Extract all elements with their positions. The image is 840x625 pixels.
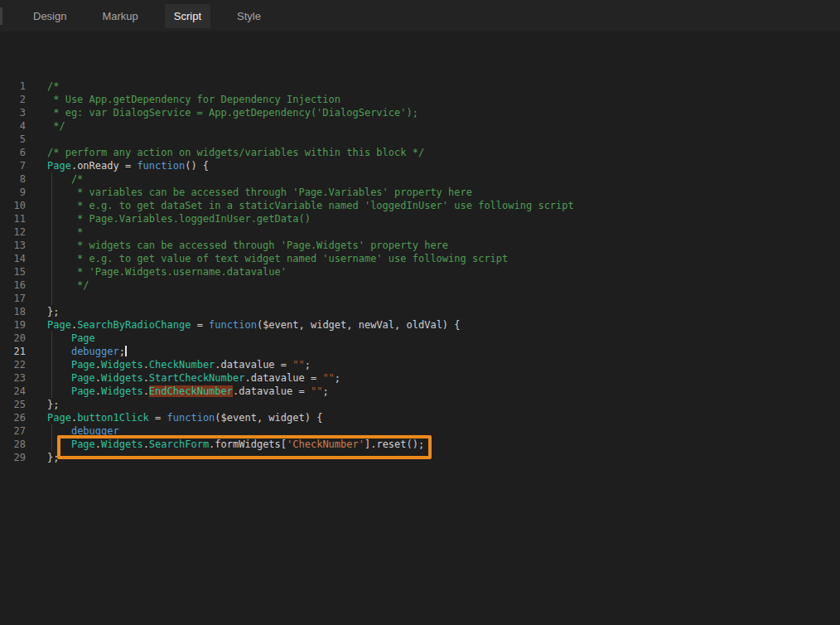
line-content: [26, 133, 47, 146]
code-line[interactable]: 2 * Use App.getDependency for Dependency…: [0, 93, 840, 106]
code-line[interactable]: 19Page.SearchByRadioChange = function($e…: [0, 318, 840, 332]
code-line[interactable]: 18};: [0, 305, 840, 318]
line-number: 25: [0, 398, 26, 411]
code-token: .onReady =: [71, 160, 137, 172]
code-token: .: [95, 359, 101, 371]
code-token: Page: [47, 319, 71, 331]
code-token: Widgets: [101, 359, 143, 371]
code-line[interactable]: 17: [0, 292, 840, 305]
line-number: 23: [0, 371, 26, 385]
code-line[interactable]: 12 *: [0, 225, 840, 239]
code-token: CheckNumber: [149, 359, 215, 371]
code-area[interactable]: 1/*2 * Use App.getDependency for Depende…: [0, 80, 840, 464]
line-number: 16: [0, 279, 26, 292]
indent-guide: [51, 371, 52, 385]
indent-guide: [51, 438, 52, 451]
code-token: =: [191, 319, 209, 331]
code-line[interactable]: 11 * Page.Variables.loggedInUser.getData…: [0, 212, 840, 225]
code-token: () {: [185, 160, 209, 172]
line-content: [26, 292, 47, 305]
line-number: 18: [0, 305, 26, 318]
code-token: Widgets: [101, 438, 143, 450]
line-number: 6: [0, 146, 26, 159]
indent-guide: [51, 225, 52, 239]
code-token: .: [143, 385, 149, 397]
code-token: Page: [47, 412, 71, 424]
code-token: Widgets: [101, 385, 143, 397]
code-line[interactable]: 6/* perform any action on widgets/variab…: [0, 146, 840, 159]
code-token: SearchByRadioChange: [77, 319, 191, 331]
line-content: Page.onReady = function() {: [26, 159, 209, 172]
line-number: 13: [0, 239, 26, 252]
code-line[interactable]: 1/*: [0, 80, 840, 93]
code-token: function: [209, 319, 257, 331]
line-content: /*: [26, 172, 83, 186]
line-number: 17: [0, 292, 26, 305]
code-line[interactable]: 7Page.onReady = function() {: [0, 159, 840, 172]
line-content: */: [26, 119, 65, 133]
line-content: * variables can be accessed through 'Pag…: [26, 186, 472, 199]
line-number: 24: [0, 385, 26, 398]
code-token: ;: [322, 385, 328, 397]
code-token: };: [47, 399, 59, 410]
tab-script[interactable]: Script: [165, 4, 210, 28]
code-token: ;: [335, 372, 340, 384]
line-number: 28: [0, 438, 26, 451]
code-line[interactable]: 13 * widgets can be accessed through 'Pa…: [0, 239, 840, 252]
code-line[interactable]: 22 Page.Widgets.CheckNumber.datavalue = …: [0, 358, 840, 371]
code-line[interactable]: 20 Page: [0, 332, 840, 345]
code-token: "": [311, 385, 322, 397]
indent-guide: [51, 332, 52, 345]
tab-style[interactable]: Style: [228, 4, 270, 28]
editor-mode-tabbar: Design Markup Script Style: [0, 0, 840, 31]
code-line[interactable]: 8 /*: [0, 172, 840, 186]
code-line[interactable]: 28 Page.Widgets.SearchForm.formWidgets['…: [0, 438, 840, 451]
code-line[interactable]: 15 * 'Page.Widgets.username.datavalue': [0, 265, 840, 279]
code-line[interactable]: 14 * e.g. to get value of text widget na…: [0, 252, 840, 265]
code-line[interactable]: 9 * variables can be accessed through 'P…: [0, 186, 840, 199]
line-content: * eg: var DialogService = App.getDepende…: [26, 106, 418, 119]
code-line[interactable]: 21 debugger;: [0, 345, 840, 358]
line-content: Page.Widgets.StartCheckNumber.datavalue …: [26, 371, 340, 385]
code-line[interactable]: 4 */: [0, 119, 840, 133]
code-line[interactable]: 25};: [0, 398, 840, 411]
code-line[interactable]: 23 Page.Widgets.StartCheckNumber.dataval…: [0, 371, 840, 385]
code-line[interactable]: 10 * e.g. to get dataSet in a staticVari…: [0, 199, 840, 212]
code-token: SearchForm: [149, 438, 209, 450]
code-line[interactable]: 27 debugger: [0, 424, 840, 438]
code-token: ].reset();: [364, 438, 424, 450]
line-content: };: [26, 451, 59, 464]
script-code-editor[interactable]: 1/*2 * Use App.getDependency for Depende…: [0, 31, 840, 625]
indent-guide: [51, 424, 52, 438]
code-token: StartCheckNumber: [149, 372, 245, 384]
line-content: * Use App.getDependency for Dependency I…: [26, 93, 340, 106]
tab-design[interactable]: Design: [24, 4, 75, 28]
line-content: Page.Widgets.CheckNumber.datavalue = "";: [26, 358, 311, 371]
code-line[interactable]: 26Page.button1Click = function($event, w…: [0, 411, 840, 424]
code-token: debugger: [71, 425, 119, 437]
text-cursor: [125, 346, 127, 356]
tab-markup[interactable]: Markup: [93, 4, 147, 28]
code-token: .datavalue =: [233, 385, 311, 397]
code-line[interactable]: 29};: [0, 451, 840, 464]
indent-guide: [51, 345, 52, 358]
indent-guide: [51, 358, 52, 371]
code-line[interactable]: 5: [0, 133, 840, 146]
line-content: * Page.Variables.loggedInUser.getData(): [26, 212, 311, 225]
indent-guide: [51, 279, 52, 292]
line-content: * e.g. to get dataSet in a staticVariabl…: [26, 199, 574, 212]
indent-guide: [51, 239, 52, 252]
indent-guide: [51, 252, 52, 265]
code-token: .: [143, 372, 149, 384]
code-token: * eg: var DialogService = App.getDepende…: [47, 107, 418, 119]
code-token: Page: [71, 372, 95, 384]
indent-guide: [51, 186, 52, 199]
code-line[interactable]: 24 Page.Widgets.EndCheckNumber.datavalue…: [0, 385, 840, 398]
line-number: 1: [0, 80, 26, 93]
line-content: *: [26, 225, 83, 239]
code-token: .: [143, 359, 149, 371]
code-line[interactable]: 3 * eg: var DialogService = App.getDepen…: [0, 106, 840, 119]
code-line[interactable]: 16 */: [0, 279, 840, 292]
window-edge-fragment: [0, 7, 2, 25]
code-token: ;: [305, 359, 311, 371]
